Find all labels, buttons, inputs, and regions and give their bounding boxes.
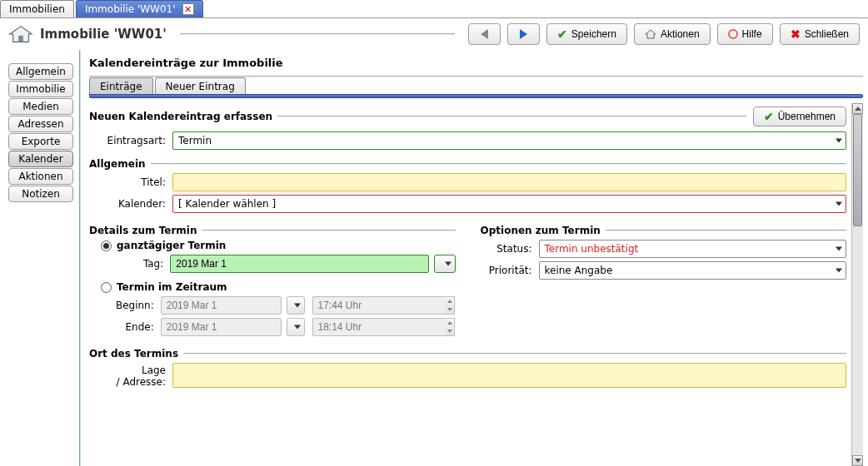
title-input[interactable] [172, 173, 846, 191]
tag-date-picker-button[interactable] [434, 255, 455, 273]
tab-label: Immobilien [9, 3, 65, 15]
scroll-thumb[interactable] [853, 114, 862, 226]
status-label: Status: [481, 243, 539, 255]
radio-allday[interactable] [101, 240, 112, 251]
tab-eintraege[interactable]: Einträge [89, 77, 153, 95]
chevron-down-icon [294, 304, 301, 308]
select-value: keine Angabe [545, 265, 613, 276]
tag-date-input[interactable] [170, 255, 429, 273]
chevron-down-icon [294, 325, 301, 330]
entry-type-select[interactable]: Termin [172, 131, 846, 150]
header: Immobilie 'WW01' ✔Speichern Aktionen Hil… [0, 18, 868, 50]
group-details-title: Details zum Termin [89, 225, 197, 236]
divider [277, 116, 746, 117]
calendar-select[interactable]: [ Kalender wählen ] [172, 195, 846, 213]
check-icon: ✔ [764, 110, 774, 123]
entry-type-label: Eintragsart: [89, 135, 172, 146]
group-general-title: Allgemein [89, 158, 146, 170]
body: Allgemein Immobilie Medien Adressen Expo… [0, 50, 868, 466]
tab-neuer-eintrag[interactable]: Neuer Eintrag [155, 77, 246, 95]
divider [183, 353, 846, 354]
begin-date-input[interactable] [161, 296, 282, 315]
doc-tab-immobilien[interactable]: Immobilien [0, 0, 74, 17]
sidebar-item-kalender[interactable]: Kalender [8, 151, 73, 167]
sidebar: Allgemein Immobilie Medien Adressen Expo… [0, 50, 79, 466]
prev-button[interactable] [468, 23, 501, 45]
actions-button[interactable]: Aktionen [634, 23, 711, 45]
calendar-label: Kalender: [89, 198, 172, 210]
divider [606, 230, 846, 231]
begin-label: Beginn: [89, 300, 161, 311]
form-scroll-area: Neuen Kalendereintrag erfassen ✔ Überneh… [89, 103, 863, 466]
button-label: Übernehmen [778, 111, 836, 122]
arrow-left-icon [481, 29, 488, 39]
svg-rect-1 [18, 36, 23, 42]
vertical-scrollbar[interactable] [851, 103, 863, 466]
main-panel: Kalendereinträge zur Immobilie Einträge … [81, 50, 868, 466]
sidebar-item-adressen[interactable]: Adressen [8, 116, 73, 132]
group-location-title: Ort des Termins [89, 348, 178, 359]
chevron-down-icon [836, 269, 842, 273]
sidebar-item-immobilie[interactable]: Immobilie [8, 81, 73, 97]
doc-tab-immobilie-ww01[interactable]: Immobilie 'WW01' ✕ [76, 0, 203, 17]
house-small-icon [645, 29, 656, 39]
sub-tabs: Einträge Neuer Eintrag [89, 77, 863, 95]
form-header: Neuen Kalendereintrag erfassen ✔ Überneh… [89, 107, 846, 126]
select-value: Termin [178, 135, 212, 146]
button-label: Hilfe [742, 28, 762, 40]
tag-label: Tag: [89, 258, 170, 270]
begin-date-picker-button[interactable] [287, 296, 305, 315]
tab-strip [89, 94, 863, 98]
button-label: Aktionen [661, 28, 700, 40]
group-options-title: Optionen zum Termin [481, 225, 601, 236]
chevron-down-icon [836, 202, 842, 206]
priority-select[interactable]: keine Angabe [539, 261, 847, 280]
begin-time-spinner[interactable] [446, 296, 456, 315]
close-icon[interactable]: ✕ [182, 3, 194, 15]
end-time-spinner[interactable] [446, 318, 456, 336]
section-title: Kalendereinträge zur Immobilie [89, 57, 863, 69]
tab-label: Immobilie 'WW01' [85, 3, 176, 15]
button-label: Schließen [805, 28, 849, 40]
apply-button[interactable]: ✔ Übernehmen [753, 107, 846, 126]
check-icon: ✔ [557, 27, 567, 41]
end-date-input[interactable] [161, 318, 282, 336]
divider [151, 163, 846, 165]
lifebuoy-icon [728, 29, 738, 39]
location-label: Lage / Adresse: [89, 363, 172, 388]
save-button[interactable]: ✔Speichern [546, 23, 627, 45]
chevron-down-icon [836, 139, 842, 143]
close-icon: ✖ [791, 27, 801, 41]
form-header-title: Neuen Kalendereintrag erfassen [89, 111, 272, 122]
chevron-down-icon [836, 247, 842, 251]
chevron-down-icon [445, 262, 451, 266]
radio-allday-label[interactable]: ganztägiger Termin [117, 240, 226, 251]
scroll-down-button[interactable] [852, 455, 863, 466]
end-date-picker-button[interactable] [287, 318, 305, 336]
button-label: Speichern [571, 28, 616, 40]
radio-range-label[interactable]: Termin im Zeitraum [117, 281, 227, 293]
sidebar-item-medien[interactable]: Medien [8, 98, 73, 115]
scroll-track[interactable] [852, 114, 863, 455]
divider [202, 230, 456, 231]
sidebar-item-notizen[interactable]: Notizen [8, 186, 73, 202]
arrow-right-icon [520, 29, 527, 39]
begin-time-input[interactable] [312, 296, 446, 315]
radio-range[interactable] [101, 282, 112, 293]
priority-label: Priorität: [481, 265, 539, 276]
sidebar-item-exporte[interactable]: Exporte [8, 133, 73, 150]
divider [180, 33, 455, 35]
title-label: Titel: [89, 176, 172, 188]
house-icon [8, 24, 33, 44]
status-select[interactable]: Termin unbestätigt [539, 240, 847, 258]
next-button[interactable] [507, 23, 540, 45]
close-button[interactable]: ✖Schließen [780, 23, 860, 45]
sidebar-item-aktionen[interactable]: Aktionen [8, 168, 73, 185]
location-textarea[interactable] [172, 363, 846, 388]
help-button[interactable]: Hilfe [717, 23, 773, 45]
end-time-input[interactable] [312, 318, 446, 336]
sidebar-item-allgemein[interactable]: Allgemein [8, 63, 73, 80]
scroll-up-button[interactable] [852, 103, 863, 114]
document-tabs: Immobilien Immobilie 'WW01' ✕ [0, 0, 868, 18]
end-label: Ende: [89, 321, 161, 333]
